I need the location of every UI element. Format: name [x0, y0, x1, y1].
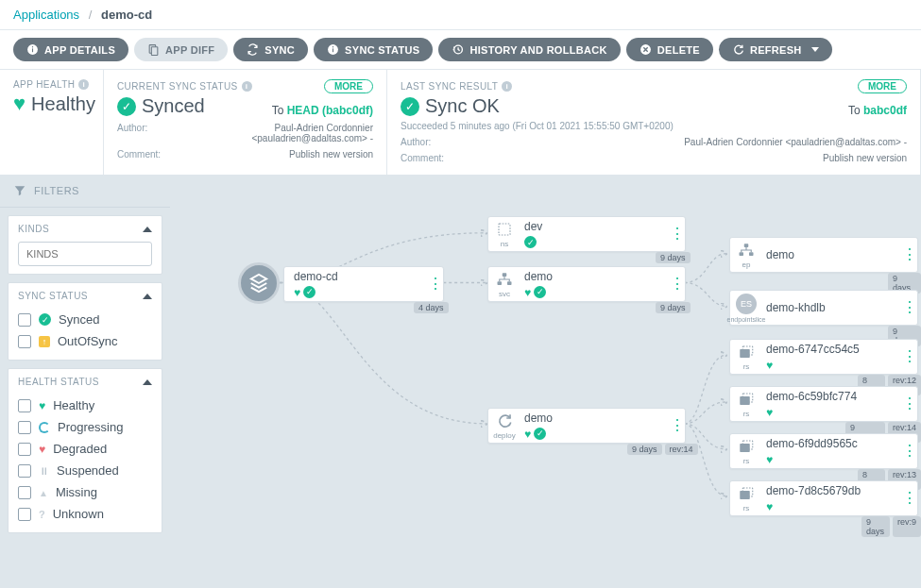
node-rs[interactable]: rs demo-6f9dd9565c ⋮ — [729, 433, 918, 469]
svg-rect-14 — [744, 244, 749, 247]
node-menu[interactable]: ⋮ — [670, 422, 685, 429]
toolbar: APP DETAILS APP DIFF SYNC SYNC STATUS HI… — [0, 30, 921, 70]
age-badge: 4 days — [414, 302, 449, 313]
node-svc[interactable]: svc demo✓ ⋮ — [487, 266, 686, 302]
svg-rect-13 — [507, 281, 512, 285]
app-diff-button[interactable]: APP DIFF — [134, 38, 228, 61]
info-icon — [26, 43, 39, 56]
check-circle-icon: ✓ — [117, 97, 136, 116]
sync-status-button[interactable]: SYNC STATUS — [314, 38, 433, 61]
filter-synced[interactable]: ✓Synced — [18, 309, 152, 330]
check-circle-icon: ✓ — [401, 97, 419, 116]
svg-rect-23 — [740, 491, 750, 499]
check-icon: ✓ — [534, 428, 546, 440]
node-menu[interactable]: ⋮ — [902, 304, 917, 311]
node-app[interactable]: demo-cd ✓ ⋮ — [283, 266, 444, 302]
last-sync-timestamp: Succeeded 5 minutes ago (Fri Oct 01 2021… — [401, 121, 907, 131]
node-rs[interactable]: rs demo-6c59bfc774 ⋮ — [729, 386, 918, 422]
health-status-header[interactable]: HEALTH STATUS — [18, 377, 152, 387]
info-icon[interactable]: i — [502, 81, 512, 92]
refresh-icon — [732, 43, 744, 56]
replicaset-icon — [736, 344, 757, 361]
check-icon: ✓ — [534, 286, 546, 298]
info-icon[interactable]: i — [242, 81, 252, 92]
replicaset-icon — [736, 485, 757, 502]
resource-graph[interactable]: demo-cd ✓ ⋮ 4 days ns dev✓ ⋮ 9 days svc … — [170, 175, 921, 588]
svg-rect-4 — [151, 47, 158, 56]
sync-status-header[interactable]: SYNC STATUS — [18, 291, 152, 301]
more-button[interactable]: MORE — [324, 79, 373, 93]
check-icon: ✓ — [524, 236, 537, 248]
svg-rect-10 — [499, 224, 510, 235]
breadcrumb-current: demo-cd — [101, 8, 152, 22]
node-menu[interactable]: ⋮ — [902, 495, 917, 502]
delete-button[interactable]: DELETE — [626, 38, 713, 61]
svg-rect-1 — [32, 48, 33, 52]
filter-outofsync[interactable]: ↑OutOfSync — [18, 330, 152, 352]
node-endpointslice[interactable]: ESendpointslice demo-khdlb ⋮ — [729, 290, 918, 326]
heart-icon — [39, 398, 45, 412]
node-menu[interactable]: ⋮ — [670, 280, 685, 288]
sync-button[interactable]: SYNC — [233, 38, 308, 61]
heart-icon — [294, 286, 300, 299]
filter-suspended[interactable]: Suspended — [18, 460, 152, 481]
namespace-icon — [494, 221, 515, 238]
filter-icon — [13, 184, 26, 197]
svg-rect-11 — [503, 273, 507, 277]
info-icon[interactable]: i — [78, 79, 89, 90]
svg-rect-6 — [333, 48, 333, 52]
filter-progressing[interactable]: Progressing — [18, 416, 152, 438]
app-details-button[interactable]: APP DETAILS — [13, 38, 128, 61]
refresh-button[interactable]: REFRESH — [719, 38, 832, 61]
node-menu[interactable]: ⋮ — [670, 230, 685, 238]
svg-point-7 — [333, 46, 333, 47]
node-ep[interactable]: ep demo ⋮ — [729, 237, 918, 273]
deploy-icon — [494, 412, 515, 429]
node-menu[interactable]: ⋮ — [902, 353, 917, 361]
app-root-icon[interactable] — [238, 262, 280, 304]
svg-rect-21 — [740, 444, 750, 452]
check-icon: ✓ — [303, 286, 316, 298]
heart-icon: ♥ — [13, 92, 26, 116]
missing-icon — [39, 485, 48, 499]
diff-icon — [147, 43, 160, 56]
svg-point-2 — [32, 46, 33, 47]
more-button[interactable]: MORE — [858, 79, 907, 93]
svg-rect-19 — [740, 396, 750, 405]
filter-degraded[interactable]: Degraded — [18, 438, 152, 460]
kinds-header[interactable]: KINDS — [18, 224, 152, 234]
svg-rect-16 — [749, 252, 754, 256]
node-rs[interactable]: rs demo-6747cc54c5 ⋮ — [729, 339, 918, 375]
filter-unknown[interactable]: Unknown — [18, 503, 152, 525]
filter-healthy[interactable]: Healthy — [18, 395, 152, 416]
heart-icon — [766, 500, 773, 513]
chevron-up-icon — [143, 227, 152, 232]
node-ns[interactable]: ns dev✓ ⋮ — [487, 216, 686, 252]
last-sync-card: LAST SYNC RESULTi MORE ✓Sync OK To babc0… — [387, 70, 921, 175]
node-rs[interactable]: rs demo-7d8c5679db ⋮ — [729, 480, 918, 516]
history-icon — [452, 43, 464, 56]
node-deploy[interactable]: deploy demo✓ ⋮ — [487, 408, 686, 444]
last-sync-revision[interactable]: To babc0df — [848, 104, 907, 117]
app-health-card: APP HEALTHi ♥Healthy — [0, 70, 104, 175]
heart-icon — [766, 359, 773, 372]
node-menu[interactable]: ⋮ — [902, 400, 917, 408]
breadcrumb-parent[interactable]: Applications — [13, 8, 79, 22]
node-menu[interactable]: ⋮ — [428, 280, 443, 288]
filters-header: FILTERS — [0, 175, 170, 208]
node-menu[interactable]: ⋮ — [902, 251, 917, 259]
replicaset-icon — [736, 438, 757, 455]
outofsync-icon: ↑ — [39, 336, 50, 347]
chevron-down-icon — [811, 47, 819, 52]
replicaset-icon — [736, 391, 757, 408]
degraded-icon — [39, 442, 45, 456]
filter-missing[interactable]: Missing — [18, 481, 152, 503]
unknown-icon — [39, 507, 45, 521]
endpointslice-icon: ES — [736, 294, 757, 314]
service-icon — [494, 271, 515, 288]
kinds-input[interactable] — [18, 242, 152, 266]
node-menu[interactable]: ⋮ — [902, 447, 917, 455]
sync-revision[interactable]: To HEAD (babc0df) — [272, 104, 373, 117]
heart-icon — [524, 428, 531, 441]
history-button[interactable]: HISTORY AND ROLLBACK — [438, 38, 620, 61]
